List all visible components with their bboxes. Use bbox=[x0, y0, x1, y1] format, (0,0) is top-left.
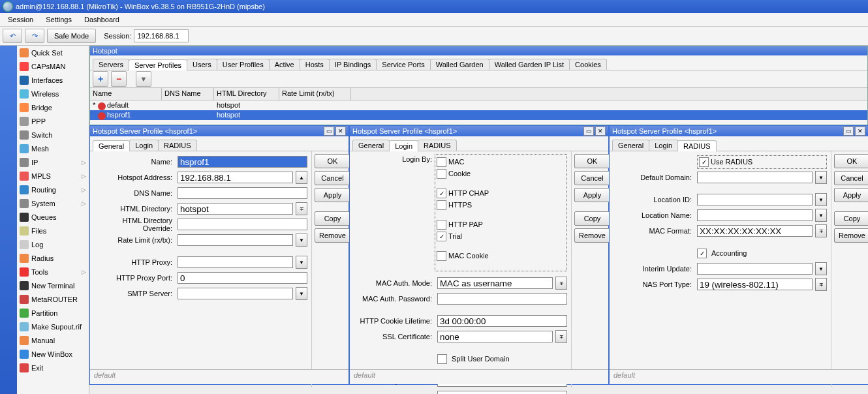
tab-ip-bindings[interactable]: IP Bindings bbox=[329, 59, 377, 70]
default-domain-input[interactable] bbox=[697, 172, 813, 183]
mac-auth-mode-input[interactable] bbox=[437, 277, 553, 289]
tab-general[interactable]: General bbox=[93, 140, 130, 151]
sidebar-item-radius[interactable]: Radius bbox=[17, 251, 89, 265]
sidebar-item-bridge[interactable]: Bridge bbox=[17, 100, 89, 114]
interim-update-input[interactable] bbox=[697, 263, 813, 275]
tab-user-profiles[interactable]: User Profiles bbox=[217, 59, 270, 70]
table-row[interactable]: *defaulthotspot bbox=[90, 100, 867, 110]
mac-format-input[interactable] bbox=[697, 225, 813, 237]
dns-name-input[interactable] bbox=[178, 187, 307, 199]
dropdown-icon[interactable]: ▼ bbox=[815, 209, 827, 222]
tab-server-profiles[interactable]: Server Profiles bbox=[129, 59, 187, 70]
login-by-mac-cookie-checkbox[interactable] bbox=[437, 251, 446, 261]
remove-button[interactable]: Remove bbox=[834, 228, 868, 243]
tab-servers[interactable]: Servers bbox=[93, 59, 129, 70]
trial-uptime-reset-input[interactable] bbox=[437, 391, 567, 394]
copy-button[interactable]: Copy bbox=[574, 211, 610, 226]
minimize-icon[interactable]: ▭ bbox=[583, 127, 594, 136]
tab-radius[interactable]: RADIUS bbox=[677, 140, 717, 151]
expand-icon[interactable]: ▲ bbox=[296, 171, 307, 184]
dropdown-icon[interactable]: ▼ bbox=[296, 287, 307, 300]
ok-button[interactable]: OK bbox=[315, 154, 350, 168]
tab-general[interactable]: General bbox=[352, 140, 390, 151]
sidebar-item-ppp[interactable]: PPP bbox=[17, 114, 89, 128]
table-row[interactable]: hsprof1hotspot bbox=[90, 110, 867, 120]
safe-mode-button[interactable]: Safe Mode bbox=[47, 29, 96, 43]
dropdown-icon[interactable]: ▼ bbox=[815, 171, 827, 184]
sidebar-item-make-supout.rif[interactable]: Make Supout.rif bbox=[17, 320, 89, 333]
sidebar-item-switch[interactable]: Switch bbox=[17, 128, 89, 142]
ok-button[interactable]: OK bbox=[574, 154, 610, 168]
dropdown-icon[interactable]: ▼ bbox=[296, 256, 307, 269]
close-icon[interactable]: ✕ bbox=[595, 127, 606, 136]
use-radius-checkbox[interactable]: ✓ bbox=[699, 157, 709, 167]
login-by-mac-checkbox[interactable] bbox=[437, 157, 446, 167]
copy-button[interactable]: Copy bbox=[834, 211, 868, 226]
apply-button[interactable]: Apply bbox=[574, 188, 610, 202]
dropdown-icon[interactable]: ▼ bbox=[296, 234, 307, 247]
tab-walled-garden[interactable]: Walled Garden bbox=[430, 59, 489, 70]
sidebar-item-ip[interactable]: IP▷ bbox=[17, 155, 89, 169]
tab-walled-garden-ip-list[interactable]: Walled Garden IP List bbox=[489, 59, 570, 70]
sidebar-item-system[interactable]: System▷ bbox=[17, 196, 89, 210]
html-directory-input[interactable] bbox=[178, 203, 293, 215]
accounting-checkbox[interactable]: ✓ bbox=[697, 249, 707, 258]
name-input[interactable] bbox=[178, 156, 307, 168]
undo-button[interactable]: ↶ bbox=[3, 29, 22, 43]
dropdown-icon[interactable]: ∓ bbox=[555, 330, 567, 343]
location-name-input[interactable] bbox=[697, 209, 813, 221]
sidebar-item-wireless[interactable]: Wireless bbox=[17, 87, 89, 100]
menu-settings[interactable]: Settings bbox=[40, 13, 77, 26]
sidebar-item-routing[interactable]: Routing▷ bbox=[17, 183, 89, 196]
apply-button[interactable]: Apply bbox=[315, 188, 350, 202]
tab-login[interactable]: Login bbox=[129, 140, 159, 151]
sidebar-item-partition[interactable]: Partition bbox=[17, 306, 89, 320]
login-by-http-chap-checkbox[interactable]: ✓ bbox=[437, 189, 446, 198]
ok-button[interactable]: OK bbox=[834, 154, 868, 168]
dropdown-icon[interactable]: ∓ bbox=[815, 224, 827, 237]
cookie-lifetime-input[interactable] bbox=[437, 315, 567, 327]
location-id-input[interactable] bbox=[697, 194, 813, 205]
profile-title-radius[interactable]: Hotspot Server Profile <hsprof1> ▭✕ bbox=[610, 126, 868, 136]
filter-button[interactable]: ▼ bbox=[136, 71, 151, 87]
sidebar-item-metarouter[interactable]: MetaROUTER bbox=[17, 292, 89, 306]
tab-general[interactable]: General bbox=[612, 140, 649, 151]
menu-dashboard[interactable]: Dashboard bbox=[79, 13, 125, 26]
close-icon[interactable]: ✕ bbox=[855, 127, 865, 136]
sidebar-item-capsman[interactable]: CAPsMAN bbox=[17, 59, 89, 73]
cancel-button[interactable]: Cancel bbox=[315, 171, 350, 185]
minimize-icon[interactable]: ▭ bbox=[324, 127, 334, 136]
tab-login[interactable]: Login bbox=[649, 140, 678, 151]
dropdown-icon[interactable]: ∓ bbox=[296, 202, 307, 215]
rate-limit-input[interactable] bbox=[178, 234, 293, 246]
dropdown-icon[interactable]: ▼ bbox=[815, 193, 827, 206]
sidebar-item-manual[interactable]: Manual bbox=[17, 333, 89, 347]
hotspot-address-input[interactable] bbox=[178, 172, 293, 183]
sidebar-item-files[interactable]: Files bbox=[17, 224, 89, 237]
profile-title-general[interactable]: Hotspot Server Profile <hsprof1> ▭✕ bbox=[90, 126, 349, 136]
login-by-cookie-checkbox[interactable] bbox=[437, 169, 446, 179]
apply-button[interactable]: Apply bbox=[834, 188, 868, 202]
col-name[interactable]: Name bbox=[90, 88, 162, 100]
remove-button[interactable]: Remove bbox=[574, 228, 610, 243]
sidebar-item-quick-set[interactable]: Quick Set bbox=[17, 46, 89, 59]
remove-button[interactable]: Remove bbox=[315, 228, 350, 243]
sidebar-item-mesh[interactable]: Mesh bbox=[17, 142, 89, 155]
add-button[interactable]: + bbox=[93, 71, 108, 87]
nas-port-type-input[interactable] bbox=[697, 279, 813, 290]
mac-auth-password-input[interactable] bbox=[437, 293, 567, 305]
login-by-trial-checkbox[interactable]: ✓ bbox=[437, 232, 446, 241]
tab-radius[interactable]: RADIUS bbox=[158, 140, 197, 151]
split-user-domain-checkbox[interactable] bbox=[437, 354, 447, 364]
tab-cookies[interactable]: Cookies bbox=[569, 59, 607, 70]
tab-radius[interactable]: RADIUS bbox=[418, 140, 457, 151]
cancel-button[interactable]: Cancel bbox=[834, 171, 868, 185]
copy-button[interactable]: Copy bbox=[315, 211, 350, 226]
dropdown-icon[interactable]: ▼ bbox=[815, 262, 827, 275]
remove-button[interactable]: − bbox=[111, 71, 127, 87]
profile-title-login[interactable]: Hotspot Server Profile <hsprof1> ▭✕ bbox=[350, 126, 608, 136]
col-rate[interactable]: Rate Limit (rx/tx) bbox=[279, 88, 351, 100]
col-dns[interactable]: DNS Name bbox=[162, 88, 214, 100]
redo-button[interactable]: ↷ bbox=[25, 29, 44, 43]
sidebar-item-exit[interactable]: Exit bbox=[17, 361, 89, 374]
